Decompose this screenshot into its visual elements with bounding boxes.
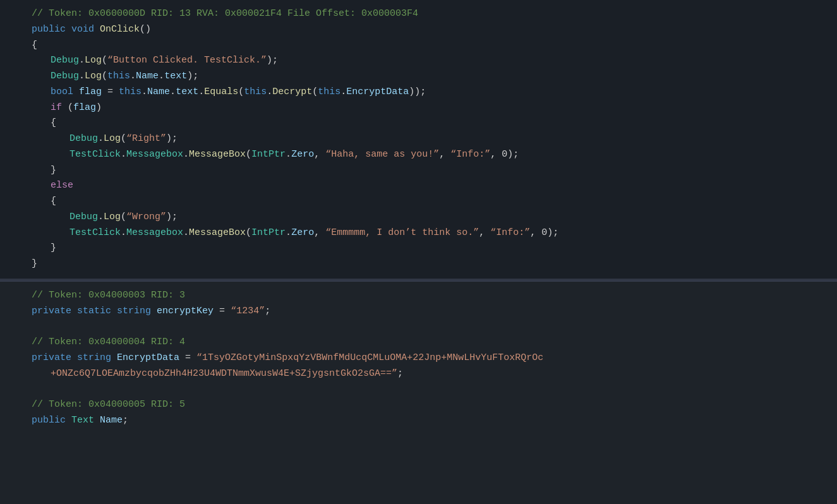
code-block-1: // Token: 0x0600000D RID: 13 RVA: 0x0000… — [0, 0, 837, 280]
code-line: Debug.Log(“Right”); — [0, 131, 837, 147]
code-line: // Token: 0x04000005 RID: 5 — [0, 397, 837, 413]
code-line: public void OnClick() — [0, 22, 837, 38]
code-line: } — [0, 256, 837, 272]
code-line: { — [0, 194, 837, 210]
code-line: { — [0, 116, 837, 131]
code-line: else — [0, 178, 837, 194]
code-line — [0, 319, 837, 335]
code-line: TestClick.Messagebox.MessageBox(IntPtr.Z… — [0, 225, 837, 241]
code-viewer: // Token: 0x0600000D RID: 13 RVA: 0x0000… — [0, 0, 837, 504]
code-line: Debug.Log(this.Name.text); — [0, 69, 837, 85]
code-line: { — [0, 38, 837, 54]
code-line: private string EncryptData = “1TsyOZGoty… — [0, 351, 837, 366]
code-line: private static string encryptKey = “1234… — [0, 304, 837, 320]
code-line: // Token: 0x0600000D RID: 13 RVA: 0x0000… — [0, 6, 837, 22]
code-line: TestClick.Messagebox.MessageBox(IntPtr.Z… — [0, 147, 837, 163]
code-line: // Token: 0x04000003 RID: 3 — [0, 288, 837, 304]
code-line: // Token: 0x04000004 RID: 4 — [0, 335, 837, 351]
code-line: Debug.Log(“Wrong”); — [0, 210, 837, 225]
code-line: } — [0, 241, 837, 256]
code-line: } — [0, 163, 837, 179]
code-line: Debug.Log(“Button Clicked. TestClick.”); — [0, 53, 837, 69]
code-line: public Text Name; — [0, 413, 837, 429]
code-line: bool flag = this.Name.text.Equals(this.D… — [0, 85, 837, 100]
code-line: if (flag) — [0, 100, 837, 116]
code-line: +ONZc6Q7LOEAmzbycqobZHh4H23U4WDTNmmXwusW… — [0, 366, 837, 382]
code-block-2: // Token: 0x04000003 RID: 3private stati… — [0, 282, 837, 504]
code-line — [0, 381, 837, 397]
